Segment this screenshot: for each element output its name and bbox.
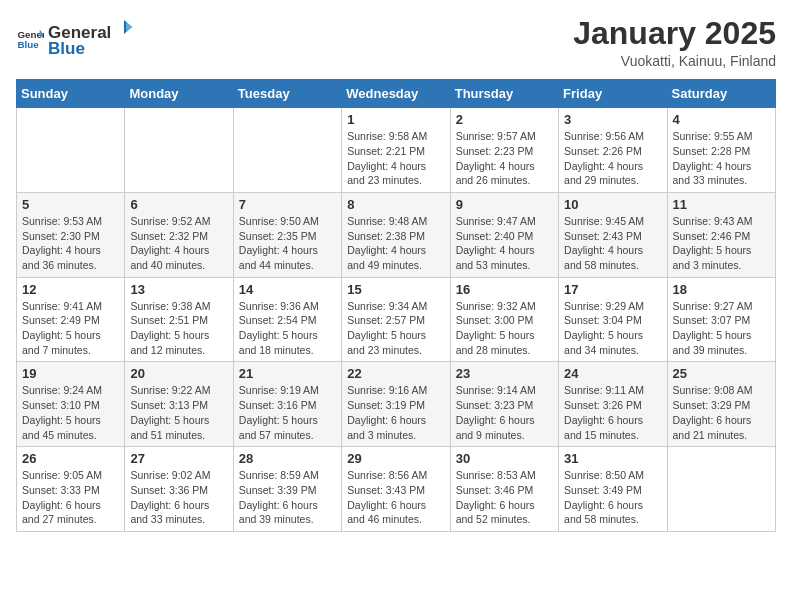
day-number: 2 <box>456 112 553 127</box>
day-info-text: Sunrise: 8:56 AM <box>347 468 444 483</box>
day-number: 25 <box>673 366 770 381</box>
day-info-text: Daylight: 6 hours and 27 minutes. <box>22 498 119 527</box>
day-info-text: Sunrise: 9:14 AM <box>456 383 553 398</box>
day-info-text: Sunset: 3:13 PM <box>130 398 227 413</box>
day-info-text: Sunset: 2:32 PM <box>130 229 227 244</box>
day-info-text: Sunset: 3:23 PM <box>456 398 553 413</box>
day-number: 3 <box>564 112 661 127</box>
day-info-text: Sunset: 2:35 PM <box>239 229 336 244</box>
weekday-header-wednesday: Wednesday <box>342 80 450 108</box>
day-info-text: Sunrise: 9:24 AM <box>22 383 119 398</box>
calendar-cell: 19Sunrise: 9:24 AMSunset: 3:10 PMDayligh… <box>17 362 125 447</box>
day-info-text: Daylight: 6 hours and 21 minutes. <box>673 413 770 442</box>
day-info-text: Sunrise: 9:48 AM <box>347 214 444 229</box>
day-info-text: Daylight: 5 hours and 12 minutes. <box>130 328 227 357</box>
day-info-text: Sunrise: 9:22 AM <box>130 383 227 398</box>
weekday-header-thursday: Thursday <box>450 80 558 108</box>
page-header: General Blue General Blue January 2025 V… <box>16 16 776 69</box>
calendar-cell: 15Sunrise: 9:34 AMSunset: 2:57 PMDayligh… <box>342 277 450 362</box>
day-number: 4 <box>673 112 770 127</box>
day-info-text: Sunset: 2:21 PM <box>347 144 444 159</box>
calendar-cell: 5Sunrise: 9:53 AMSunset: 2:30 PMDaylight… <box>17 192 125 277</box>
day-info-text: Sunrise: 9:47 AM <box>456 214 553 229</box>
calendar-cell: 2Sunrise: 9:57 AMSunset: 2:23 PMDaylight… <box>450 108 558 193</box>
calendar-table: SundayMondayTuesdayWednesdayThursdayFrid… <box>16 79 776 532</box>
day-number: 5 <box>22 197 119 212</box>
day-number: 10 <box>564 197 661 212</box>
day-info-text: Daylight: 6 hours and 39 minutes. <box>239 498 336 527</box>
day-info-text: Daylight: 6 hours and 58 minutes. <box>564 498 661 527</box>
calendar-cell: 16Sunrise: 9:32 AMSunset: 3:00 PMDayligh… <box>450 277 558 362</box>
day-number: 12 <box>22 282 119 297</box>
day-info-text: Sunrise: 9:16 AM <box>347 383 444 398</box>
day-info-text: Daylight: 6 hours and 52 minutes. <box>456 498 553 527</box>
calendar-cell: 3Sunrise: 9:56 AMSunset: 2:26 PMDaylight… <box>559 108 667 193</box>
day-info-text: Sunset: 2:26 PM <box>564 144 661 159</box>
logo-flag-icon <box>112 16 134 38</box>
calendar-cell: 9Sunrise: 9:47 AMSunset: 2:40 PMDaylight… <box>450 192 558 277</box>
day-info-text: Sunrise: 8:53 AM <box>456 468 553 483</box>
day-info-text: Sunset: 2:30 PM <box>22 229 119 244</box>
day-info-text: Sunrise: 9:08 AM <box>673 383 770 398</box>
calendar-cell: 18Sunrise: 9:27 AMSunset: 3:07 PMDayligh… <box>667 277 775 362</box>
day-info-text: Sunset: 3:16 PM <box>239 398 336 413</box>
day-number: 21 <box>239 366 336 381</box>
calendar-cell: 28Sunrise: 8:59 AMSunset: 3:39 PMDayligh… <box>233 447 341 532</box>
calendar-week-row: 19Sunrise: 9:24 AMSunset: 3:10 PMDayligh… <box>17 362 776 447</box>
day-number: 1 <box>347 112 444 127</box>
svg-text:Blue: Blue <box>17 38 39 49</box>
day-info-text: Sunset: 3:36 PM <box>130 483 227 498</box>
day-info-text: Sunrise: 9:41 AM <box>22 299 119 314</box>
day-info-text: Sunset: 3:04 PM <box>564 313 661 328</box>
day-info-text: Sunrise: 9:29 AM <box>564 299 661 314</box>
day-info-text: Daylight: 5 hours and 28 minutes. <box>456 328 553 357</box>
calendar-cell: 26Sunrise: 9:05 AMSunset: 3:33 PMDayligh… <box>17 447 125 532</box>
day-info-text: Daylight: 6 hours and 15 minutes. <box>564 413 661 442</box>
day-info-text: Sunset: 2:54 PM <box>239 313 336 328</box>
day-number: 20 <box>130 366 227 381</box>
calendar-cell: 20Sunrise: 9:22 AMSunset: 3:13 PMDayligh… <box>125 362 233 447</box>
calendar-cell: 29Sunrise: 8:56 AMSunset: 3:43 PMDayligh… <box>342 447 450 532</box>
day-number: 17 <box>564 282 661 297</box>
day-number: 8 <box>347 197 444 212</box>
day-info-text: Sunrise: 9:38 AM <box>130 299 227 314</box>
day-info-text: Daylight: 4 hours and 33 minutes. <box>673 159 770 188</box>
day-info-text: Sunrise: 9:57 AM <box>456 129 553 144</box>
day-number: 11 <box>673 197 770 212</box>
day-info-text: Daylight: 5 hours and 39 minutes. <box>673 328 770 357</box>
day-info-text: Sunrise: 8:59 AM <box>239 468 336 483</box>
calendar-title: January 2025 <box>573 16 776 51</box>
calendar-cell: 31Sunrise: 8:50 AMSunset: 3:49 PMDayligh… <box>559 447 667 532</box>
calendar-week-row: 12Sunrise: 9:41 AMSunset: 2:49 PMDayligh… <box>17 277 776 362</box>
day-info-text: Sunset: 3:10 PM <box>22 398 119 413</box>
day-number: 28 <box>239 451 336 466</box>
day-info-text: Sunset: 3:46 PM <box>456 483 553 498</box>
day-info-text: Sunset: 3:29 PM <box>673 398 770 413</box>
day-number: 7 <box>239 197 336 212</box>
day-info-text: Sunset: 3:07 PM <box>673 313 770 328</box>
day-info-text: Daylight: 4 hours and 49 minutes. <box>347 243 444 272</box>
day-info-text: Sunrise: 9:27 AM <box>673 299 770 314</box>
day-info-text: Sunset: 2:46 PM <box>673 229 770 244</box>
weekday-header-monday: Monday <box>125 80 233 108</box>
day-number: 18 <box>673 282 770 297</box>
day-info-text: Daylight: 5 hours and 3 minutes. <box>673 243 770 272</box>
day-info-text: Sunset: 3:26 PM <box>564 398 661 413</box>
day-info-text: Daylight: 6 hours and 9 minutes. <box>456 413 553 442</box>
day-number: 26 <box>22 451 119 466</box>
calendar-cell: 6Sunrise: 9:52 AMSunset: 2:32 PMDaylight… <box>125 192 233 277</box>
title-block: January 2025 Vuokatti, Kainuu, Finland <box>573 16 776 69</box>
day-info-text: Sunset: 3:49 PM <box>564 483 661 498</box>
calendar-cell: 21Sunrise: 9:19 AMSunset: 3:16 PMDayligh… <box>233 362 341 447</box>
day-info-text: Sunset: 2:28 PM <box>673 144 770 159</box>
calendar-cell: 25Sunrise: 9:08 AMSunset: 3:29 PMDayligh… <box>667 362 775 447</box>
day-info-text: Daylight: 5 hours and 18 minutes. <box>239 328 336 357</box>
day-info-text: Daylight: 6 hours and 33 minutes. <box>130 498 227 527</box>
weekday-header-row: SundayMondayTuesdayWednesdayThursdayFrid… <box>17 80 776 108</box>
day-number: 31 <box>564 451 661 466</box>
calendar-cell: 13Sunrise: 9:38 AMSunset: 2:51 PMDayligh… <box>125 277 233 362</box>
calendar-cell <box>233 108 341 193</box>
day-info-text: Sunrise: 9:56 AM <box>564 129 661 144</box>
day-info-text: Sunset: 2:40 PM <box>456 229 553 244</box>
calendar-cell: 8Sunrise: 9:48 AMSunset: 2:38 PMDaylight… <box>342 192 450 277</box>
